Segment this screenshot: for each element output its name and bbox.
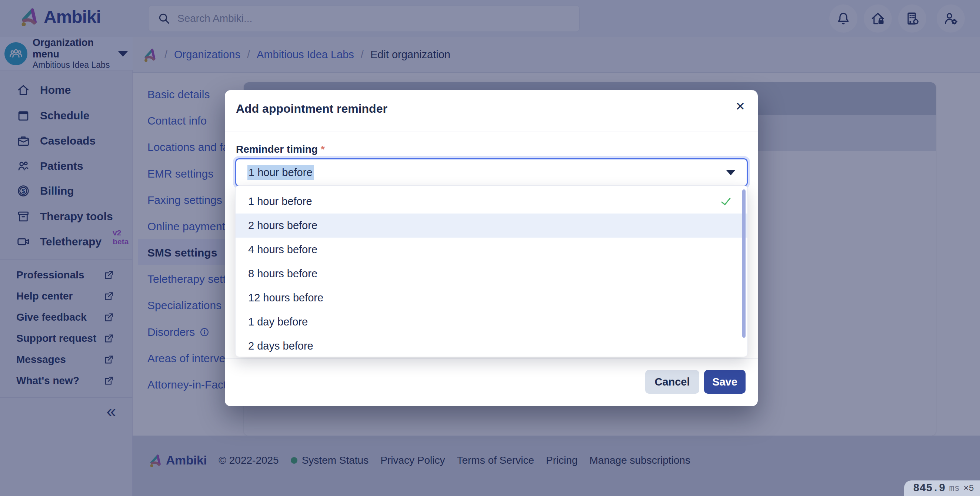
perf-value: 845.9 xyxy=(913,482,945,494)
modal-title: Add appointment reminder xyxy=(236,102,387,116)
chevron-down-icon xyxy=(726,170,735,175)
dropdown-scrollbar[interactable] xyxy=(742,190,746,338)
cancel-button[interactable]: Cancel xyxy=(645,370,699,394)
option-2-hours-before[interactable]: 2 hours before xyxy=(235,214,748,238)
perf-unit: ms xyxy=(949,483,959,493)
check-icon xyxy=(719,195,733,208)
reminder-timing-dropdown: 1 hour before 2 hours before 4 hours bef… xyxy=(235,185,748,357)
option-2-days-before[interactable]: 2 days before xyxy=(235,334,748,357)
perf-multiplier: ×5 xyxy=(963,483,974,493)
option-8-hours-before[interactable]: 8 hours before xyxy=(235,262,748,286)
option-4-hours-before[interactable]: 4 hours before xyxy=(235,238,748,262)
modal-header-divider xyxy=(225,132,758,132)
modal-footer-divider xyxy=(225,359,758,359)
select-value: 1 hour before xyxy=(247,165,314,180)
add-appointment-reminder-modal: Add appointment reminder ✕ Reminder timi… xyxy=(225,90,758,406)
performance-badge[interactable]: 845.9 ms ×5 xyxy=(904,480,980,496)
reminder-timing-label: Reminder timing* xyxy=(236,144,325,155)
close-icon[interactable]: ✕ xyxy=(735,100,745,112)
option-1-hour-before[interactable]: 1 hour before xyxy=(235,190,748,214)
option-1-day-before[interactable]: 1 day before xyxy=(235,310,748,334)
option-12-hours-before[interactable]: 12 hours before xyxy=(235,286,748,310)
save-button[interactable]: Save xyxy=(704,370,746,394)
required-marker: * xyxy=(321,144,325,155)
reminder-timing-select[interactable]: 1 hour before xyxy=(235,158,748,187)
